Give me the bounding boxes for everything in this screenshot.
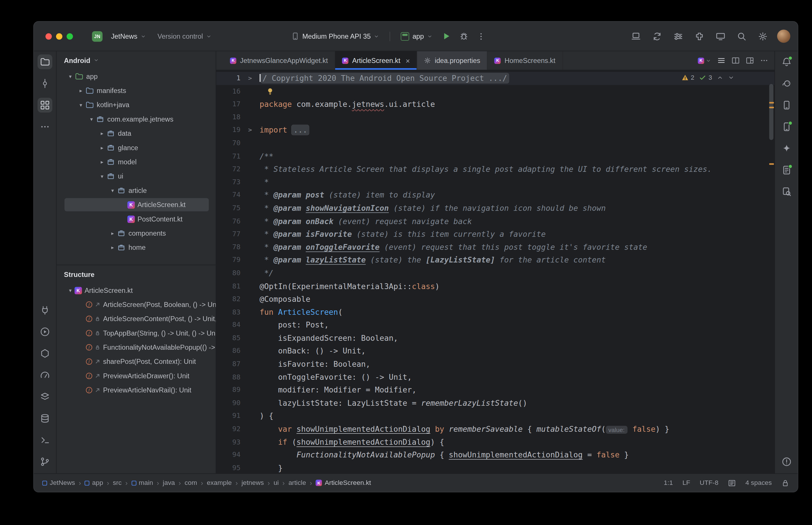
breadcrumb-java[interactable]: java: [163, 479, 175, 486]
database-inspector-icon[interactable]: [38, 411, 52, 426]
code-line[interactable]: 90 lazyListState: LazyListState = rememb…: [216, 397, 774, 410]
line-number[interactable]: 76: [216, 215, 240, 228]
project-item-components[interactable]: ▸components: [57, 226, 216, 240]
line-number[interactable]: 90: [216, 397, 240, 410]
file-encoding[interactable]: UTF-8: [699, 479, 718, 486]
breadcrumb-app[interactable]: app: [85, 479, 103, 486]
line-number[interactable]: 95: [216, 462, 240, 474]
line-number[interactable]: 81: [216, 280, 240, 293]
chevron-down-icon[interactable]: ▾: [77, 102, 85, 108]
code-line[interactable]: 88 onToggleFavorite: () -> Unit,: [216, 371, 774, 384]
chevron-right-icon[interactable]: ▸: [98, 159, 106, 165]
line-number[interactable]: 85: [216, 332, 240, 345]
editor-tab-idea-properties[interactable]: idea.properties: [417, 51, 487, 70]
project-menu-button[interactable]: JetNews: [108, 30, 149, 42]
warning-stripe-mark[interactable]: [769, 163, 774, 165]
code-line[interactable]: 78 * @param onToggleFavorite (event) req…: [216, 241, 774, 254]
breadcrumb-articlescreen-kt[interactable]: ArticleScreen.kt: [316, 479, 371, 486]
line-number[interactable]: 84: [216, 319, 240, 332]
structure-item-previewarticlenavrail-unit[interactable]: fPreviewArticleNavRail(): Unit: [57, 383, 216, 397]
commit-icon[interactable]: [38, 76, 52, 91]
line-number[interactable]: 79: [216, 254, 240, 267]
line-number[interactable]: 73: [216, 176, 240, 189]
breadcrumb-jetnews[interactable]: JetNews: [42, 479, 75, 486]
hidden-tabs-icon[interactable]: [698, 57, 711, 63]
split-editor-icon[interactable]: [732, 57, 739, 64]
chevron-right-icon[interactable]: ▸: [98, 131, 106, 136]
fold-arrow-icon[interactable]: >: [240, 124, 260, 137]
breadcrumb-article[interactable]: article: [289, 479, 306, 486]
code-line[interactable]: 72 * Stateless Article Screen that displ…: [216, 163, 774, 176]
build-icon[interactable]: [38, 346, 52, 361]
warning-stripe-mark[interactable]: [769, 107, 774, 108]
structure-item-topappbar-string-unit-unit-modifier-unit[interactable]: fTopAppBar(String, () -> Unit, () -> Uni…: [57, 326, 216, 340]
device-manager-icon[interactable]: [779, 97, 794, 112]
more-icon[interactable]: [760, 57, 768, 64]
code-line[interactable]: 91) {: [216, 410, 774, 423]
structure-item-articlescreencontent-post-unit-modifier-unit[interactable]: fArticleScreenContent(Post, () -> Unit, …: [57, 312, 216, 326]
line-number[interactable]: 77: [216, 228, 240, 241]
code-line[interactable]: 76 * @param onBack (event) request navig…: [216, 215, 774, 228]
folded-region[interactable]: / Copyright 2020 The Android Open Source…: [261, 73, 508, 83]
code-line[interactable]: 81@OptIn(ExperimentalMaterial3Api::class…: [216, 280, 774, 293]
plugins-icon[interactable]: [692, 29, 706, 43]
sdk-manager-icon[interactable]: [671, 29, 685, 43]
running-app-icon[interactable]: [38, 324, 52, 339]
close-tab-icon[interactable]: ×: [406, 57, 410, 64]
structure-item-articlescreen-post-boolean-unit-boolean-unit-modifier-lazyliststate-unit[interactable]: fArticleScreen(Post, Boolean, () -> Unit…: [57, 297, 216, 312]
breadcrumb-example[interactable]: example: [207, 479, 232, 486]
next-issue-button[interactable]: [728, 75, 734, 81]
project-icon[interactable]: [38, 54, 52, 69]
line-number[interactable]: 83: [216, 306, 240, 319]
editor-layout-icon[interactable]: [728, 479, 736, 486]
line-number[interactable]: 87: [216, 358, 240, 371]
chevron-down-icon[interactable]: ▾: [87, 116, 95, 122]
version-control-menu-button[interactable]: Version control: [154, 30, 215, 42]
chevron-right-icon[interactable]: ▸: [108, 244, 117, 250]
preview-layout-icon[interactable]: [746, 57, 754, 64]
project-item-manifests[interactable]: ▸manifests: [57, 84, 216, 97]
code-line[interactable]: 19>import ...: [216, 124, 774, 137]
project-item-article[interactable]: ▾article: [57, 183, 216, 197]
indent-style[interactable]: 4 spaces: [745, 479, 772, 486]
line-number[interactable]: 92: [216, 423, 240, 436]
line-number[interactable]: 75: [216, 202, 240, 215]
profiler-icon[interactable]: [38, 368, 52, 382]
code-line[interactable]: 74 * @param post (state) item to display: [216, 189, 774, 202]
intention-bulb-icon[interactable]: [266, 88, 274, 95]
line-number[interactable]: 16: [216, 85, 240, 98]
line-number[interactable]: 71: [216, 150, 240, 163]
code-line[interactable]: 84 post: Post,: [216, 319, 774, 332]
warnings-indicator[interactable]: 2: [681, 74, 694, 81]
code-line[interactable]: 82@Composable: [216, 293, 774, 306]
project-item-model[interactable]: ▸model: [57, 155, 216, 169]
search-icon[interactable]: [735, 29, 749, 43]
project-item-ui[interactable]: ▾ui: [57, 169, 216, 183]
line-number[interactable]: 89: [216, 384, 240, 397]
breadcrumb-ui[interactable]: ui: [274, 479, 279, 486]
line-number[interactable]: 70: [216, 137, 240, 150]
version-control-icon[interactable]: [38, 454, 52, 469]
running-devices-icon[interactable]: [779, 119, 794, 134]
code-line[interactable]: 87 isFavorite: Boolean,: [216, 358, 774, 371]
code-line[interactable]: 70: [216, 137, 774, 150]
device-explorer-icon[interactable]: [38, 303, 52, 317]
gemini-icon[interactable]: [779, 141, 794, 156]
editor-tab-homescreens-kt[interactable]: HomeScreens.kt: [488, 51, 563, 70]
breadcrumb-com[interactable]: com: [184, 479, 197, 486]
chevron-down-icon[interactable]: ▾: [98, 173, 106, 179]
run-configuration-button[interactable]: app: [398, 30, 435, 43]
line-number[interactable]: 72: [216, 163, 240, 176]
line-number[interactable]: 18: [216, 111, 240, 124]
code-line[interactable]: 94 FunctionalityNotAvailablePopup { show…: [216, 449, 774, 462]
project-item-kotlin-java[interactable]: ▾kotlin+java: [57, 97, 216, 112]
code-line[interactable]: 92 var showUnimplementedActionDialog by …: [216, 423, 774, 436]
file-lock-icon[interactable]: [781, 479, 789, 486]
more-icon[interactable]: [38, 119, 52, 134]
project-item-com-example-jetnews[interactable]: ▾com.example.jetnews: [57, 112, 216, 126]
project-item-home[interactable]: ▸home: [57, 240, 216, 254]
more-run-options-button[interactable]: [475, 30, 487, 43]
structure-item-sharepost-post-context-unit[interactable]: fsharePost(Post, Context): Unit: [57, 355, 216, 369]
code-line[interactable]: 95 }: [216, 462, 774, 474]
device-mirroring-icon[interactable]: [650, 29, 664, 43]
